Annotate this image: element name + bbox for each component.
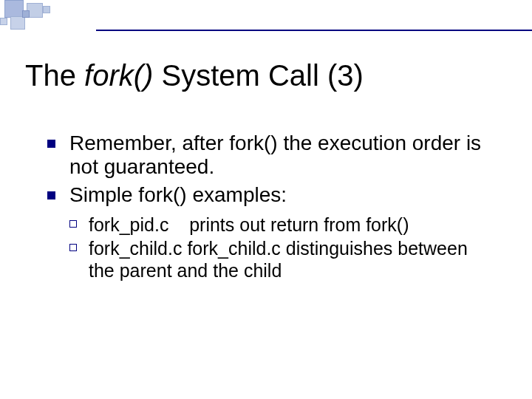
bullet-item: Simple fork() examples: <box>47 183 488 207</box>
deco-square <box>43 6 50 13</box>
sub-list: fork_pid.c prints out return from fork()… <box>69 214 488 282</box>
deco-square <box>22 10 30 18</box>
accent-line <box>96 30 532 31</box>
sub-bullet-item: fork_pid.c prints out return from fork() <box>69 214 488 236</box>
bullet-text: Remember, after fork() the execution ord… <box>69 132 481 178</box>
gap <box>168 214 189 235</box>
title-pre: The <box>25 59 84 92</box>
slide-body: Remember, after fork() the execution ord… <box>47 132 488 283</box>
bullet-item: Remember, after fork() the execution ord… <box>47 132 488 179</box>
sub-desc: prints out return from fork() <box>189 214 409 235</box>
open-square-bullet-icon <box>69 244 77 251</box>
square-bullet-icon <box>47 191 55 200</box>
slide: The fork() System Call (3) Remember, aft… <box>0 0 532 399</box>
deco-square <box>10 16 25 30</box>
sub-bullet-item: fork_child.c fork_child.c distinguishes … <box>69 237 488 282</box>
bullet-text: Simple fork() examples: <box>69 183 287 206</box>
title-italic: fork() <box>84 59 153 92</box>
open-square-bullet-icon <box>69 220 77 228</box>
corner-decoration <box>0 0 96 31</box>
title-post: System Call (3) <box>153 59 364 92</box>
deco-square <box>4 0 24 18</box>
gap <box>281 238 286 259</box>
sub-file: fork_child.c <box>89 238 182 259</box>
slide-title: The fork() System Call (3) <box>25 59 507 92</box>
sub-mid: fork_child.c <box>187 238 280 259</box>
sub-file: fork_pid.c <box>89 214 168 235</box>
deco-square <box>0 18 7 25</box>
square-bullet-icon <box>47 140 55 148</box>
